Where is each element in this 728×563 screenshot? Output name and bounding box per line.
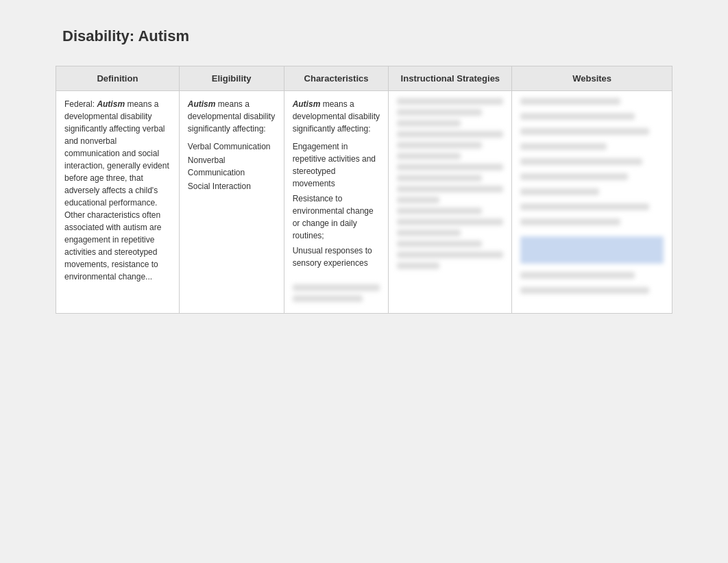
instructional-content bbox=[397, 98, 503, 269]
eligibility-item-3: Social Interaction bbox=[188, 180, 276, 192]
instructional-cell bbox=[389, 91, 512, 314]
header-characteristics: Characteristics bbox=[284, 66, 389, 91]
header-eligibility: Eligibility bbox=[179, 66, 284, 91]
header-websites: Websites bbox=[512, 66, 672, 91]
page-title: Disability: Autism bbox=[56, 27, 672, 45]
websites-content bbox=[520, 98, 664, 294]
characteristics-item-1: Engagement in repetitive activities and … bbox=[293, 140, 380, 190]
characteristics-item-2: Resistance to environmental change or ch… bbox=[293, 192, 380, 242]
autism-italic-definition: Autism bbox=[97, 99, 125, 109]
characteristics-item-3: Unusual responses to sensory experiences bbox=[293, 245, 380, 269]
definition-body: means a developmental disability signifi… bbox=[64, 99, 169, 282]
autism-italic-characteristics: Autism bbox=[293, 99, 321, 109]
autism-italic-eligibility: Autism bbox=[188, 99, 216, 109]
website-link-highlighted[interactable] bbox=[520, 236, 664, 264]
definition-cell: Federal: Autism means a developmental di… bbox=[56, 91, 180, 314]
header-definition: Definition bbox=[56, 66, 180, 91]
characteristics-list: Engagement in repetitive activities and … bbox=[293, 140, 380, 269]
eligibility-item-1: Verbal Communication bbox=[188, 140, 276, 153]
page-container: Disability: Autism Definition Eligibilit… bbox=[56, 27, 672, 314]
characteristics-extra bbox=[293, 284, 380, 302]
websites-cell bbox=[512, 91, 672, 314]
federal-label: Federal: bbox=[64, 99, 95, 109]
eligibility-list: Verbal Communication Nonverbal Communica… bbox=[188, 140, 276, 192]
header-instructional: Instructional Strategies bbox=[389, 66, 512, 91]
eligibility-item-2: Nonverbal Communication bbox=[188, 154, 276, 179]
eligibility-cell: Autism means a developmental disability … bbox=[179, 91, 284, 314]
main-table: Definition Eligibility Characteristics I… bbox=[56, 66, 672, 314]
characteristics-cell: Autism means a developmental disability … bbox=[284, 91, 389, 314]
